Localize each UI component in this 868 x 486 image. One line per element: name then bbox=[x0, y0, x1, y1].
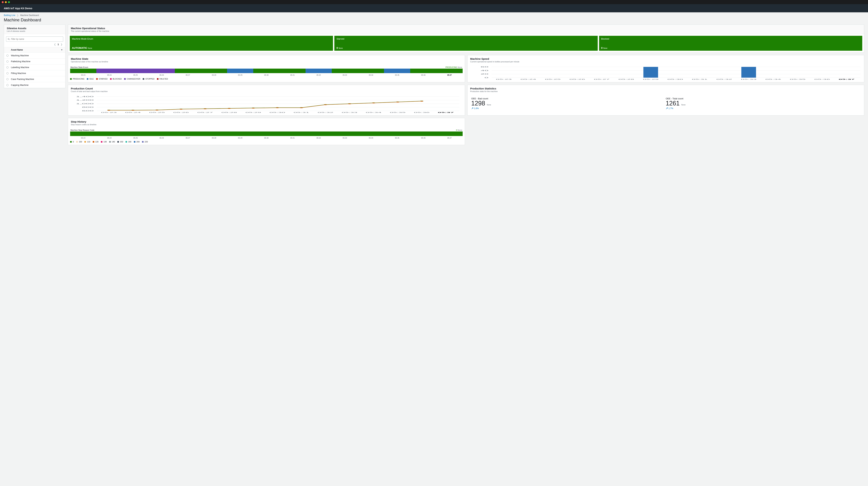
asset-row[interactable]: Case Packing Machine bbox=[4, 76, 65, 82]
machine-state-series-label: Machine State Enum bbox=[70, 66, 88, 68]
svg-point-76 bbox=[348, 103, 351, 104]
status-card-title: Starved bbox=[336, 37, 595, 40]
status-card-title: Machine Mode Enum bbox=[72, 37, 331, 40]
svg-text:05:31: 05:31 bbox=[692, 79, 708, 80]
radio-icon[interactable] bbox=[6, 60, 8, 63]
minimize-window-icon[interactable] bbox=[5, 1, 7, 3]
svg-point-72 bbox=[252, 108, 255, 109]
svg-text:05:26: 05:26 bbox=[173, 112, 189, 113]
legend-item: IDLE bbox=[87, 78, 94, 80]
asset-table-header[interactable]: Asset Name ▼ bbox=[4, 47, 65, 53]
svg-point-75 bbox=[324, 104, 327, 105]
svg-text:05:26: 05:26 bbox=[569, 79, 585, 80]
svg-point-68 bbox=[155, 110, 158, 111]
svg-text:05:23: 05:23 bbox=[101, 112, 117, 113]
stop-history-title: Stop History bbox=[71, 120, 462, 123]
radio-icon[interactable] bbox=[6, 66, 8, 68]
asset-name: Filling Machine bbox=[11, 72, 26, 74]
svg-text:05:27: 05:27 bbox=[594, 79, 610, 80]
asset-row[interactable]: Labelling Machine bbox=[4, 64, 65, 70]
asset-search[interactable] bbox=[6, 36, 63, 42]
stop-history-series-label: Machine Stop Reason Code bbox=[70, 129, 94, 131]
machine-speed-panel: Machine Speed Current operational speed … bbox=[467, 55, 864, 82]
svg-text:0: 0 bbox=[484, 77, 488, 79]
status-card-value: 0None bbox=[601, 47, 608, 49]
svg-point-78 bbox=[396, 102, 399, 102]
svg-rect-21 bbox=[741, 67, 756, 78]
radio-icon[interactable] bbox=[6, 72, 8, 74]
asset-search-input[interactable] bbox=[11, 38, 62, 40]
svg-text:05:35: 05:35 bbox=[790, 79, 806, 80]
legend-item: 110 bbox=[84, 141, 90, 143]
svg-text:05:31: 05:31 bbox=[293, 112, 309, 113]
svg-text:05:29: 05:29 bbox=[245, 112, 261, 113]
stat-trend: 1.7% bbox=[666, 107, 860, 110]
production-count-chart: 6008001,0001,2001,40005:2305:2405:2505:2… bbox=[70, 96, 463, 113]
breadcrumb-current: Machine Dashboard bbox=[20, 14, 39, 17]
asset-col-name: Asset Name bbox=[11, 49, 61, 51]
stat-block: OEE - Total count1261 None1.7% bbox=[666, 97, 860, 110]
legend-item: 100 bbox=[76, 141, 82, 143]
arrow-up-right-icon bbox=[471, 107, 473, 110]
sidebar-title: Sitewise Assets bbox=[7, 27, 62, 30]
stop-history-timeline bbox=[70, 131, 463, 136]
svg-text:05:36: 05:36 bbox=[814, 79, 830, 80]
svg-rect-16 bbox=[643, 67, 658, 78]
legend-item: 150 bbox=[117, 141, 123, 143]
machine-state-subtitle: Operational state of the machine as time… bbox=[71, 61, 462, 63]
svg-text:05:28: 05:28 bbox=[221, 112, 237, 113]
pager-next[interactable]: ❯ bbox=[61, 43, 62, 46]
legend-item: STARVED bbox=[96, 78, 107, 80]
svg-text:05:28: 05:28 bbox=[618, 79, 634, 80]
svg-text:05:23: 05:23 bbox=[496, 79, 512, 80]
stop-history-current: 0 None bbox=[456, 129, 462, 131]
svg-text:1,000: 1,000 bbox=[76, 103, 94, 104]
legend-item: BLOCKED bbox=[110, 78, 122, 80]
asset-pager: ❮ 1 ❯ bbox=[6, 42, 63, 47]
svg-text:05:32: 05:32 bbox=[716, 79, 732, 80]
operational-status-panel: Machine Operational Status The current o… bbox=[68, 25, 864, 53]
status-card: Machine Mode EnumAUTOMATICNone bbox=[70, 36, 333, 51]
mac-titlebar bbox=[0, 0, 868, 4]
sort-icon[interactable]: ▼ bbox=[61, 49, 63, 51]
status-subtitle: The current operational status of the ma… bbox=[71, 30, 861, 32]
machine-state-title: Machine State bbox=[71, 57, 462, 60]
svg-text:800: 800 bbox=[82, 106, 94, 108]
legend-item: CHANGEOVER bbox=[124, 78, 140, 80]
svg-text:05:24: 05:24 bbox=[520, 79, 536, 80]
production-stats-subtitle: Production stats for the machine bbox=[470, 90, 861, 92]
svg-point-74 bbox=[300, 108, 303, 108]
close-window-icon[interactable] bbox=[2, 1, 4, 3]
page-title: Machine Dashboard bbox=[0, 17, 868, 25]
legend-item: 140 bbox=[109, 141, 115, 143]
asset-row[interactable]: Capping Machine bbox=[4, 82, 65, 88]
asset-row[interactable]: Filling Machine bbox=[4, 70, 65, 76]
radio-icon[interactable] bbox=[6, 55, 8, 57]
stat-value: 1298 None bbox=[471, 100, 666, 107]
stat-label: OEE - Bad count bbox=[471, 97, 666, 100]
radio-icon[interactable] bbox=[6, 84, 8, 86]
breadcrumb-root-link[interactable]: Bottling Line bbox=[4, 14, 15, 17]
svg-text:05:35: 05:35 bbox=[390, 112, 406, 113]
asset-name: Palletizing Machine bbox=[11, 60, 30, 63]
asset-name: Washing Machine bbox=[11, 54, 29, 57]
asset-row[interactable]: Washing Machine bbox=[4, 53, 65, 59]
svg-text:05:30: 05:30 bbox=[270, 112, 285, 113]
asset-row[interactable]: Palletizing Machine bbox=[4, 59, 65, 64]
arrow-up-right-icon bbox=[666, 107, 668, 110]
radio-icon[interactable] bbox=[6, 78, 8, 80]
svg-point-0 bbox=[8, 38, 9, 39]
svg-text:05:33: 05:33 bbox=[741, 79, 756, 80]
zoom-window-icon[interactable] bbox=[8, 1, 10, 3]
pager-prev[interactable]: ❮ bbox=[54, 43, 56, 46]
legend-item: STOPPED bbox=[143, 78, 154, 80]
svg-point-66 bbox=[107, 110, 111, 111]
stat-trend: 1.6% bbox=[471, 107, 666, 110]
stat-label: OEE - Total count bbox=[666, 97, 860, 100]
asset-name: Case Packing Machine bbox=[11, 78, 34, 81]
machine-state-panel: Machine State Operational state of the m… bbox=[68, 55, 465, 82]
production-count-title: Production Count bbox=[71, 87, 462, 90]
machine-speed-title: Machine Speed bbox=[470, 57, 861, 60]
svg-point-70 bbox=[204, 109, 207, 109]
machine-state-timeline bbox=[70, 69, 463, 73]
